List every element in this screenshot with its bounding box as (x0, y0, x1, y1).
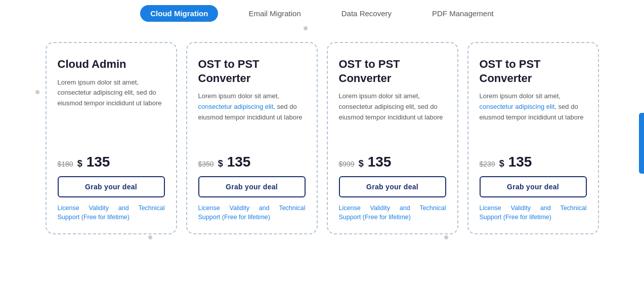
decorative-dot-1 (304, 26, 308, 30)
price-new-3: 135 (368, 154, 392, 170)
card-cloud-admin: Cloud Admin Lorem ipsum dolor sit amet, … (46, 42, 177, 234)
desc-text-2a: Lorem ipsum dolor sit amet, (198, 92, 279, 100)
card-ost-pst-3: OST to PST Converter Lorem ipsum dolor s… (327, 42, 458, 234)
tab-cloud-migration[interactable]: Cloud Migration (140, 5, 218, 22)
card-description-2: Lorem ipsum dolor sit amet, consectetur … (198, 91, 306, 144)
price-new-2: 135 (227, 154, 251, 170)
price-old-1: $180 (58, 160, 73, 168)
price-row-2: $350 $135 (198, 154, 306, 170)
nav-tabs: Cloud Migration Email Migration Data Rec… (0, 0, 644, 32)
price-new-4: 135 (508, 154, 532, 170)
card-ost-pst-4: OST to PST Converter Lorem ipsum dolor s… (467, 42, 599, 234)
decorative-dot-7 (444, 235, 448, 239)
grab-deal-button-2[interactable]: Grab your deal (198, 176, 306, 197)
decorative-dot-6 (148, 235, 152, 239)
desc-text-2b: consectetur adipiscing elit, (198, 103, 275, 110)
card-ost-pst-2: OST to PST Converter Lorem ipsum dolor s… (186, 42, 318, 234)
card-description-3: Lorem ipsum dolor sit amet, consectetur … (339, 91, 446, 144)
price-old-4: $239 (480, 160, 495, 168)
tab-email-migration[interactable]: Email Migration (238, 5, 311, 22)
card-footer-3: License Validity and Technical Support (… (339, 203, 446, 223)
card-footer-2: License Validity and Technical Support (… (198, 203, 306, 223)
price-currency-1: $ (77, 158, 82, 169)
card-footer-4: License Validity and Technical Support (… (480, 203, 587, 223)
cards-container: Cloud Admin Lorem ipsum dolor sit amet, … (0, 37, 644, 244)
desc-text-4a: Lorem ipsum dolor sit amet, (480, 92, 561, 100)
price-old-3: $999 (339, 160, 355, 168)
decorative-dot-4 (35, 90, 39, 94)
price-currency-4: $ (499, 158, 504, 169)
price-old-2: $350 (198, 160, 214, 168)
price-row-4: $239 $135 (480, 154, 587, 170)
card-title-2: OST to PST Converter (198, 57, 306, 85)
tab-pdf-management[interactable]: PDF Management (422, 5, 504, 22)
price-currency-2: $ (218, 158, 223, 169)
price-new-1: 135 (87, 154, 110, 170)
card-description-4: Lorem ipsum dolor sit amet, consectetur … (480, 91, 587, 144)
card-description-1: Lorem ipsum dolor sit amet, consectetur … (58, 77, 165, 144)
card-footer-1: License Validity and Technical Support (… (58, 203, 165, 223)
price-row-1: $180 $135 (58, 154, 165, 170)
grab-deal-button-4[interactable]: Grab your deal (480, 176, 587, 197)
card-title-4: OST to PST Converter (480, 57, 587, 85)
tab-data-recovery[interactable]: Data Recovery (331, 5, 402, 22)
card-title-1: Cloud Admin (58, 57, 165, 71)
desc-text-4b: consectetur adipiscing elit, (480, 103, 556, 110)
card-title-3: OST to PST Converter (339, 57, 446, 85)
scrollbar[interactable] (639, 113, 644, 174)
price-currency-3: $ (359, 158, 364, 169)
grab-deal-button-1[interactable]: Grab your deal (58, 176, 165, 197)
grab-deal-button-3[interactable]: Grab your deal (339, 176, 446, 197)
price-row-3: $999 $135 (339, 154, 446, 170)
